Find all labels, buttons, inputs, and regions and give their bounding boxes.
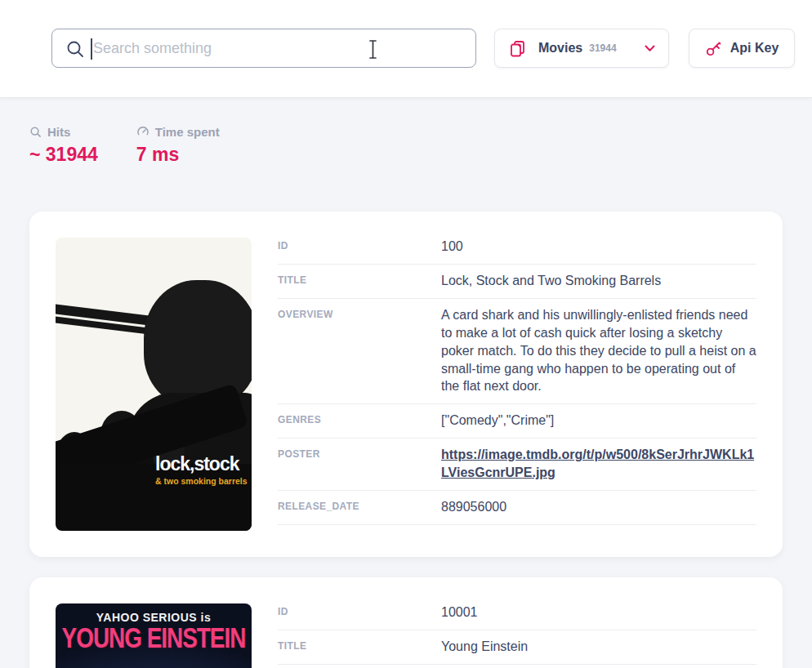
index-selector[interactable]: Movies 31944	[494, 29, 669, 68]
poster-title-text: YOUNG EINSTEIN	[60, 622, 248, 655]
field-label: POSTER	[278, 446, 441, 482]
field-label: ID	[278, 603, 441, 621]
field-label: TITLE	[278, 272, 441, 290]
field-value: 100	[441, 238, 463, 256]
field-row-id: ID 10001	[278, 603, 756, 630]
field-label: RELEASE_DATE	[278, 498, 441, 516]
field-label: ID	[278, 238, 441, 256]
field-value: https://image.tmdb.org/t/p/w500/8kSerJrh…	[441, 446, 756, 482]
movie-poster-lock-stock: lock,stock & two smoking barrels	[56, 238, 252, 531]
index-count: 31944	[589, 42, 616, 54]
field-row-overview: OVERVIEW Albert Einstein is the son of a…	[278, 665, 756, 668]
time-spent-stat: Time spent 7 ms	[136, 125, 220, 166]
poster-title-line1: lock,stock	[155, 453, 248, 475]
field-label: TITLE	[278, 638, 441, 656]
api-key-button[interactable]: Api Key	[689, 29, 795, 68]
search-box[interactable]	[51, 29, 476, 68]
field-value: A card shark and his unwillingly-enliste…	[441, 306, 756, 396]
header: Movies 31944 Api Key	[0, 0, 812, 98]
gauge-icon	[136, 126, 149, 139]
movie-poster-young-einstein: YAHOO SERIOUS is YOUNG EINSTEIN	[56, 603, 252, 668]
time-spent-value: 7 ms	[136, 144, 220, 166]
hits-stat: Hits ~ 31944	[29, 125, 98, 166]
field-value: ["Comedy","Crime"]	[441, 412, 554, 430]
field-label: OVERVIEW	[278, 306, 441, 396]
chevron-down-icon	[645, 45, 655, 52]
field-value: Lock, Stock and Two Smoking Barrels	[441, 272, 661, 290]
document-fields: ID 100 TITLE Lock, Stock and Two Smoking…	[278, 238, 756, 531]
key-icon	[705, 40, 722, 57]
documents-icon	[508, 39, 527, 58]
field-row-title: TITLE Young Einstein	[278, 630, 756, 665]
field-row-overview: OVERVIEW A card shark and his unwillingl…	[278, 299, 756, 405]
field-row-title: TITLE Lock, Stock and Two Smoking Barrel…	[278, 265, 756, 299]
field-row-release-date: RELEASE_DATE 889056000	[278, 491, 756, 525]
i-beam-cursor	[368, 39, 378, 60]
poster-title-text: lock,stock & two smoking barrels	[155, 453, 248, 486]
stats-bar: Hits ~ 31944 Time spent 7 ms	[0, 98, 812, 166]
field-row-genres: GENRES ["Comedy","Crime"]	[278, 404, 756, 439]
field-value: 10001	[441, 603, 478, 621]
search-icon	[65, 39, 85, 59]
document-fields: ID 10001 TITLE Young Einstein OVERVIEW A…	[278, 603, 756, 668]
poster-title-line2: & two smoking barrels	[155, 476, 248, 486]
field-row-poster: POSTER https://image.tmdb.org/t/p/w500/8…	[278, 439, 756, 491]
hits-value: ~ 31944	[29, 144, 98, 166]
result-card: lock,stock & two smoking barrels ID 100 …	[29, 212, 783, 557]
field-value: 889056000	[441, 498, 506, 516]
text-caret	[91, 38, 92, 60]
field-row-id: ID 100	[278, 238, 756, 265]
results-list: lock,stock & two smoking barrels ID 100 …	[0, 212, 812, 668]
poster-url-link[interactable]: https://image.tmdb.org/t/p/w500/8kSerJrh…	[441, 448, 754, 479]
result-card: YAHOO SERIOUS is YOUNG EINSTEIN ID 10001…	[29, 577, 783, 668]
field-value: Young Einstein	[441, 638, 528, 656]
index-name: Movies	[538, 41, 582, 56]
field-label: GENRES	[278, 412, 441, 430]
time-spent-label: Time spent	[155, 125, 220, 139]
hits-magnifier-icon	[29, 126, 42, 138]
api-key-label: Api Key	[730, 41, 779, 56]
search-input[interactable]	[52, 29, 475, 67]
hits-label: Hits	[47, 125, 70, 139]
